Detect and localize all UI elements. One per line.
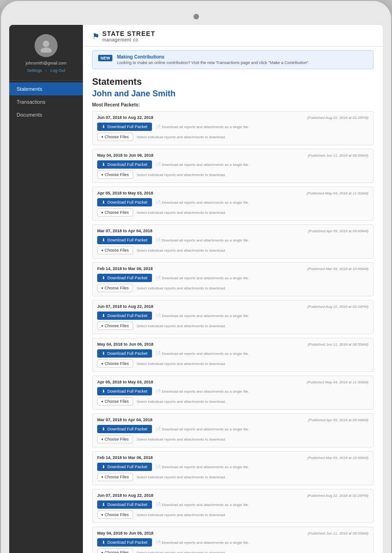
notification-body: Looking to make an online contribution? … [117,60,310,65]
tablet-frame: johnsmith@gmail.com Settings | Log Out S… [0,0,392,553]
file-icon: 📄 [156,200,161,205]
download-label: Download Full Packet [107,276,147,280]
packet-date-range: Jun 07, 2018 to Aug 22, 2018 [97,115,153,120]
chevron-down-icon: ▾ [101,551,103,553]
packet-item: Apr 05, 2018 to May 03, 2018 (Published … [92,376,374,410]
svg-point-0 [43,41,49,47]
packet-header: Apr 05, 2018 to May 03, 2018 (Published … [97,380,369,384]
section-label: Most Recent Packets: [92,102,374,107]
packet-header: Feb 14, 2018 to Mar 06, 2018 (Published … [97,455,369,460]
choose-files-button[interactable]: ▾ Choose Files [97,435,133,443]
download-row: ⬇ Download Full Packet 📄 Download all re… [97,198,369,206]
download-full-packet-button[interactable]: ⬇ Download Full Packet [97,425,152,433]
choose-row: ▾ Choose Files Select individual reports… [97,435,369,443]
settings-link[interactable]: Settings [27,68,42,73]
choose-files-button[interactable]: ▾ Choose Files [97,322,133,330]
account-name: John and Jane Smith [92,89,374,99]
download-full-packet-button[interactable]: ⬇ Download Full Packet [97,236,152,244]
file-icon: 📄 [156,351,161,356]
sidebar-item-transactions[interactable]: Transactions [9,95,83,108]
packet-published: (Published Mar 09, 2018 at 10:05AM) [307,456,369,460]
choose-files-button[interactable]: ▾ Choose Files [97,171,133,179]
packet-item: Jun 07, 2018 to Aug 22, 2018 (Published … [92,300,374,334]
file-icon: 📄 [156,502,161,507]
download-desc: 📄 Download all reports and attachments a… [156,200,249,205]
choose-files-button[interactable]: ▾ Choose Files [97,133,133,141]
choose-label: Choose Files [105,324,129,328]
download-full-packet-button[interactable]: ⬇ Download Full Packet [97,349,152,358]
download-row: ⬇ Download Full Packet 📄 Download all re… [97,123,369,131]
packet-header: Mar 07, 2018 to Apr 04, 2018 (Published … [97,229,369,233]
choose-row: ▾ Choose Files Select individual reports… [97,322,369,330]
tablet-camera [193,14,199,19]
packet-published: (Published May 04, 2018 at 11:30AM) [307,380,369,384]
choose-label: Choose Files [105,437,129,441]
sidebar-links: Settings | Log Out [27,68,65,73]
sidebar-item-documents[interactable]: Documents [9,108,83,121]
packet-actions: ⬇ Download Full Packet 📄 Download all re… [97,274,369,292]
download-full-packet-button[interactable]: ⬇ Download Full Packet [97,274,152,282]
logo-line2: management co [102,37,155,42]
download-icon: ⬇ [102,389,105,394]
sidebar-item-statements[interactable]: Statements [9,82,83,95]
download-full-packet-button[interactable]: ⬇ Download Full Packet [97,198,152,206]
chevron-down-icon: ▾ [101,135,103,139]
download-icon: ⬇ [102,200,105,205]
main-content: ⚑ STATE STREET management co NEW Making … [83,25,383,553]
choose-files-button[interactable]: ▾ Choose Files [97,246,133,254]
choose-row: ▾ Choose Files Select individual reports… [97,397,369,406]
packet-published: (Published Aug 22, 2018 at 02:26PM) [307,494,369,498]
download-label: Download Full Packet [107,351,147,356]
download-full-packet-button[interactable]: ⬇ Download Full Packet [97,387,152,395]
packet-date-range: Feb 14, 2018 to Mar 06, 2018 [97,266,153,271]
packet-item: May 04, 2018 to Jun 06, 2018 (Published … [92,149,374,183]
packet-item: May 04, 2018 to Jun 06, 2018 (Published … [92,338,374,372]
choose-files-button[interactable]: ▾ Choose Files [97,473,133,481]
download-full-packet-button[interactable]: ⬇ Download Full Packet [97,312,152,320]
header: ⚑ STATE STREET management co [83,25,383,47]
download-row: ⬇ Download Full Packet 📄 Download all re… [97,500,369,509]
download-full-packet-button[interactable]: ⬇ Download Full Packet [97,160,152,169]
packet-actions: ⬇ Download Full Packet 📄 Download all re… [97,312,369,330]
download-row: ⬇ Download Full Packet 📄 Download all re… [97,425,369,433]
download-label: Download Full Packet [107,465,147,469]
download-desc: 📄 Download all reports and attachments a… [156,238,249,242]
download-row: ⬇ Download Full Packet 📄 Download all re… [97,538,369,547]
choose-files-button[interactable]: ▾ Choose Files [97,359,133,368]
download-row: ⬇ Download Full Packet 📄 Download all re… [97,274,369,282]
packet-published: (Published Aug 22, 2018 at 02:26PM) [307,305,369,309]
choose-desc: Select individual reports and attachment… [137,286,226,290]
download-desc: 📄 Download all reports and attachments a… [156,540,249,545]
choose-label: Choose Files [105,512,129,517]
download-label: Download Full Packet [107,124,147,129]
download-full-packet-button[interactable]: ⬇ Download Full Packet [97,500,152,509]
packet-header: Mar 07, 2018 to Apr 04, 2018 (Published … [97,418,369,422]
logout-link[interactable]: Log Out [50,68,65,73]
choose-files-button[interactable]: ▾ Choose Files [97,397,133,406]
download-full-packet-button[interactable]: ⬇ Download Full Packet [97,123,152,131]
file-icon: 📄 [156,389,161,394]
packet-list: Jun 07, 2018 to Aug 22, 2018 (Published … [92,111,374,553]
logo-line1: STATE STREET [102,30,155,37]
packet-date-range: Mar 07, 2018 to Apr 04, 2018 [97,418,152,422]
notification-title[interactable]: Making Contributions [117,54,310,59]
download-desc: 📄 Download all reports and attachments a… [156,124,249,129]
choose-row: ▾ Choose Files Select individual reports… [97,359,369,368]
download-full-packet-button[interactable]: ⬇ Download Full Packet [97,463,152,471]
packet-date-range: May 04, 2018 to Jun 06, 2018 [97,342,153,347]
download-full-packet-button[interactable]: ⬇ Download Full Packet [97,538,152,547]
choose-label: Choose Files [105,361,129,366]
download-icon: ⬇ [102,351,105,356]
download-label: Download Full Packet [107,389,147,394]
choose-row: ▾ Choose Files Select individual reports… [97,246,369,254]
packet-actions: ⬇ Download Full Packet 📄 Download all re… [97,198,369,217]
sidebar-separator [9,80,83,81]
choose-files-button[interactable]: ▾ Choose Files [97,284,133,292]
download-row: ⬇ Download Full Packet 📄 Download all re… [97,160,369,169]
choose-files-button[interactable]: ▾ Choose Files [97,511,133,519]
chevron-down-icon: ▾ [101,362,103,366]
choose-files-button[interactable]: ▾ Choose Files [97,208,133,217]
choose-label: Choose Files [105,172,129,177]
choose-files-button[interactable]: ▾ Choose Files [97,548,133,553]
download-icon: ⬇ [102,162,105,167]
